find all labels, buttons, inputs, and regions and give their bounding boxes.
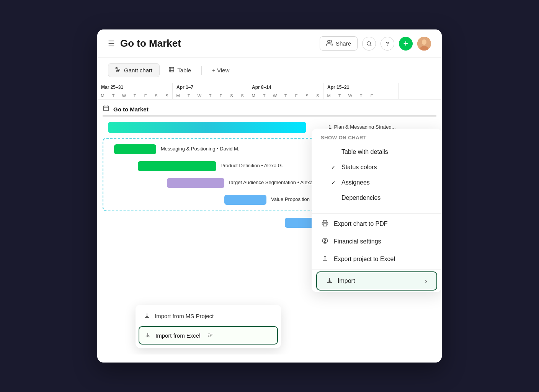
import-ms-project-label: Import from MS Project (155, 313, 214, 319)
menu-item-export-excel[interactable]: Export project to Excel (312, 250, 442, 268)
week-label-2: Apr 1–7 (173, 83, 248, 92)
menu-item-import[interactable]: Import › (316, 271, 437, 291)
ms-project-download-icon (144, 312, 150, 320)
week-label-4: Apr 15–21 (323, 83, 398, 92)
svg-rect-7 (116, 71, 119, 72)
day-labels-2: M T W T F S S (173, 92, 248, 99)
toolbar-divider (201, 66, 202, 75)
table-icon (168, 67, 175, 74)
import-submenu: Import from MS Project Import from Excel… (136, 305, 281, 348)
gantt-chart-tab[interactable]: Gantt chart (108, 63, 160, 77)
add-view-button[interactable]: + View (205, 64, 237, 77)
import-excel-label: Import from Excel (155, 332, 201, 339)
header-right: Share ? + (320, 36, 431, 51)
print-icon (321, 220, 329, 228)
task-label-3: Target Audience Segmentation • Alexa G. (228, 180, 319, 185)
menu-item-export-pdf[interactable]: Export chart to PDF (312, 215, 442, 233)
import-ms-project-item[interactable]: Import from MS Project (136, 307, 281, 325)
help-button[interactable]: ? (381, 37, 394, 51)
assignees-label: Assignees (341, 179, 370, 186)
day-labels-3: M T W T F S S (248, 92, 323, 99)
week-label-3: Apr 8–14 (248, 83, 323, 92)
svg-rect-5 (116, 68, 117, 69)
menu-item-dependencies[interactable]: Dependencies (321, 190, 433, 206)
progress-line (103, 116, 436, 116)
financial-label: Financial settings (334, 238, 381, 245)
svg-point-1 (367, 41, 371, 45)
week-group-4: Apr 15–21 M T W T F (323, 83, 399, 99)
menu-item-status-colors[interactable]: ✓ Status colors (321, 160, 433, 175)
menu-item-table-details[interactable]: Table with details (321, 144, 433, 160)
svg-point-0 (328, 40, 330, 42)
svg-rect-6 (118, 69, 120, 70)
task-bar-2[interactable] (138, 161, 216, 171)
app-window: ☰ Go to Market Share (97, 29, 442, 363)
gantt-icon (115, 67, 121, 74)
show-on-chart-section: Show on chart Table with details ✓ Statu… (312, 129, 442, 212)
day-M: M (97, 92, 108, 99)
share-label: Share (336, 40, 351, 47)
week-group-1: Mar 25–31 M T W T F S S (97, 83, 173, 99)
week-label-1: Mar 25–31 (97, 83, 172, 92)
header: ☰ Go to Market Share (97, 29, 442, 58)
day-S: S (151, 92, 162, 99)
gantt-label: Gantt chart (124, 67, 152, 74)
task-label-2: Product Definition • Alexa G. (220, 163, 283, 168)
divider-1 (312, 213, 442, 214)
task-bar-1[interactable] (114, 144, 156, 154)
menu-icon[interactable]: ☰ (108, 39, 115, 48)
cursor-hand-icon: ☞ (207, 331, 214, 340)
upload-icon (321, 255, 329, 263)
menu-item-assignees[interactable]: ✓ Assignees (321, 175, 433, 190)
project-icon (103, 105, 109, 113)
show-on-chart-title: Show on chart (321, 135, 433, 140)
table-details-label: Table with details (341, 149, 388, 155)
day-labels-1: M T W T F S S (97, 92, 172, 99)
task-label-4: Value Proposition (271, 196, 310, 202)
svg-rect-9 (103, 106, 109, 111)
day-T2: T (129, 92, 140, 99)
check-icon-1: ✓ (330, 164, 337, 170)
project-header-row: Go to Market (97, 103, 442, 116)
view-label: + View (212, 67, 229, 74)
day-S2: S (162, 92, 172, 99)
svg-rect-8 (169, 67, 174, 72)
add-icon: + (403, 39, 408, 48)
day-F: F (140, 92, 151, 99)
share-people-icon (326, 39, 333, 47)
project-name: Go to Market (113, 106, 149, 113)
share-button[interactable]: Share (320, 36, 358, 51)
divider-2 (312, 270, 442, 270)
day-labels-4: M T W T F (323, 92, 398, 99)
task-bar-4[interactable] (224, 195, 266, 205)
task-bar-3[interactable] (167, 178, 224, 188)
import-label: Import (338, 278, 355, 284)
coin-icon (321, 237, 329, 246)
gantt-area: Mar 25–31 M T W T F S S Apr 1–7 M T W T (97, 83, 442, 354)
task-label-1: Messaging & Positioning • David M. (161, 146, 239, 152)
header-left: ☰ Go to Market (108, 38, 181, 49)
import-chevron-icon: › (425, 277, 427, 285)
check-icon-2: ✓ (330, 180, 337, 186)
avatar[interactable] (417, 37, 431, 51)
menu-item-financial[interactable]: Financial settings (312, 233, 442, 250)
page-title: Go to Market (120, 38, 181, 49)
import-item-left: Import (326, 277, 355, 285)
import-excel-item[interactable]: Import from Excel ☞ (139, 326, 278, 345)
timeline-header: Mar 25–31 M T W T F S S Apr 1–7 M T W T (97, 83, 442, 100)
help-icon: ? (386, 41, 389, 47)
right-panel: Show on chart Table with details ✓ Statu… (312, 129, 442, 292)
group-bar-teal[interactable] (108, 122, 306, 133)
status-colors-label: Status colors (341, 164, 377, 171)
dependencies-label: Dependencies (341, 194, 381, 201)
export-excel-label: Export project to Excel (334, 256, 395, 263)
excel-download-icon (145, 332, 151, 339)
day-T: T (108, 92, 119, 99)
table-tab[interactable]: Table (161, 63, 198, 77)
week-group-3: Apr 8–14 M T W T F S S (248, 83, 323, 99)
week-group-2: Apr 1–7 M T W T F S S (173, 83, 248, 99)
svg-point-3 (422, 39, 426, 45)
add-button[interactable]: + (399, 37, 413, 51)
export-pdf-label: Export chart to PDF (334, 220, 388, 227)
search-button[interactable] (362, 37, 376, 51)
